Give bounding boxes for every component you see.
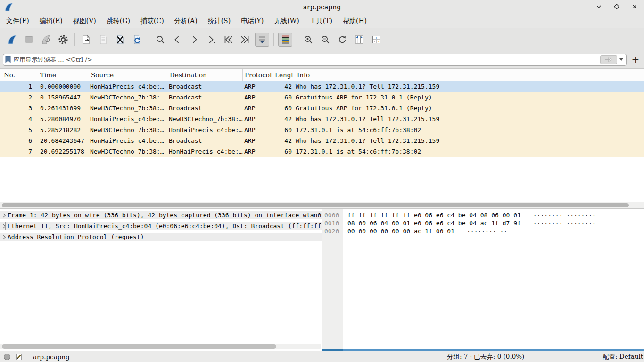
- start-capture-button[interactable]: [5, 33, 19, 47]
- svg-text:3: 3: [377, 40, 379, 43]
- cell-info: 172.31.0.1 is at 54:c6:ff:7b:38:02: [293, 124, 644, 135]
- column-header-destination[interactable]: Destination: [165, 69, 243, 81]
- find-packet-button[interactable]: [153, 33, 167, 47]
- toolbar-separator: [273, 33, 274, 46]
- expander-icon[interactable]: [0, 213, 8, 218]
- first-packet-button[interactable]: [221, 33, 235, 47]
- hex-row[interactable]: 0020 00 00 00 00 00 00 ac 1f 00 01 ·····…: [322, 227, 644, 235]
- minimize-button[interactable]: [593, 1, 604, 12]
- menu-edit[interactable]: 编辑(E): [34, 15, 68, 27]
- column-header-length[interactable]: Lengtl: [272, 69, 293, 81]
- expert-info-icon[interactable]: [4, 354, 10, 360]
- cell-source: HonHaiPrecis_c4:be:…: [87, 114, 165, 124]
- close-button[interactable]: [629, 1, 640, 12]
- packet-row-7[interactable]: 7 20.692255178 NewH3CTechno_7b:38:… HonH…: [0, 146, 644, 157]
- filter-bookmark-icon[interactable]: [5, 56, 11, 64]
- details-horizontal-scrollbar[interactable]: [0, 344, 321, 349]
- previous-packet-icon: [172, 34, 183, 45]
- add-filter-button[interactable]: +: [630, 54, 641, 65]
- zoom-in-button[interactable]: [301, 33, 315, 47]
- packet-row-5[interactable]: 5 5.285218282 NewH3CTechno_7b:38:… HonHa…: [0, 124, 644, 135]
- column-header-no[interactable]: No.: [0, 69, 35, 81]
- zoom-reset-button[interactable]: [335, 33, 349, 47]
- apply-filter-button[interactable]: [600, 55, 617, 64]
- expander-icon[interactable]: [0, 235, 8, 239]
- layout-button[interactable]: 123: [369, 33, 383, 47]
- open-file-button[interactable]: [79, 33, 93, 47]
- packet-row-3[interactable]: 3 0.261431099 NewH3CTechno_7b:38:… Broad…: [0, 103, 644, 114]
- cell-time: 5.285218282: [35, 124, 87, 135]
- previous-packet-button[interactable]: [170, 33, 184, 47]
- capture-options-button[interactable]: [56, 33, 70, 47]
- menu-telephony[interactable]: 电话(Y): [236, 15, 269, 27]
- cell-destination: HonHaiPrecis_c4:be:…: [165, 124, 243, 135]
- status-filename[interactable]: arp.pcapng: [33, 353, 70, 361]
- hex-ascii: ········ ··: [467, 227, 507, 235]
- next-packet-icon: [189, 34, 200, 45]
- toolbar-separator: [74, 33, 75, 46]
- cell-info: Gratuitous ARP for 172.31.0.1 (Reply): [293, 92, 644, 103]
- zoom-out-button[interactable]: [318, 33, 332, 47]
- wireshark-window: arp.pcapng 文件(F) 编辑(E) 视图(V) 跳转(G) 捕获(C)…: [0, 0, 644, 362]
- next-packet-button[interactable]: [187, 33, 201, 47]
- cell-protocol: ARP: [243, 135, 272, 146]
- cell-protocol: ARP: [243, 146, 272, 157]
- packet-list-horizontal-scrollbar[interactable]: [0, 202, 644, 209]
- packet-row-6[interactable]: 6 20.684243647 HonHaiPrecis_c4:be:… Broa…: [0, 135, 644, 146]
- menu-statistics[interactable]: 统计(S): [203, 15, 236, 27]
- detail-row-ethernet[interactable]: Ethernet II, Src: HonHaiPrecis_c4:be:04 …: [0, 222, 322, 230]
- last-packet-button[interactable]: [238, 33, 252, 47]
- reload-file-button[interactable]: [130, 33, 144, 47]
- column-header-info[interactable]: Info: [293, 69, 644, 81]
- menu-view[interactable]: 视图(V): [68, 15, 101, 27]
- column-header-time[interactable]: Time: [35, 69, 87, 81]
- scrollbar-thumb[interactable]: [2, 344, 276, 349]
- column-header-protocol[interactable]: Protocol: [243, 69, 272, 81]
- cell-source: NewH3CTechno_7b:38:…: [87, 124, 165, 135]
- expander-icon[interactable]: [0, 224, 8, 229]
- menu-go[interactable]: 跳转(G): [101, 15, 135, 27]
- hex-row[interactable]: 0000 ff ff ff ff ff ff e0 06 e6 c4 be 04…: [322, 211, 644, 219]
- profile-status[interactable]: 配置: Default: [603, 353, 643, 361]
- menu-file[interactable]: 文件(F): [1, 15, 34, 27]
- column-header-source[interactable]: Source: [87, 69, 165, 81]
- cell-time: 20.692255178: [35, 146, 87, 157]
- display-filter-field[interactable]: [3, 54, 627, 66]
- display-filter-input[interactable]: [13, 56, 600, 63]
- menu-wireless[interactable]: 无线(W): [269, 15, 304, 27]
- colorize-toggle[interactable]: [278, 33, 292, 47]
- hex-row[interactable]: 0010 08 00 06 04 00 01 e0 06 e6 c4 be 04…: [322, 219, 644, 227]
- apply-filter-arrow-icon: [604, 57, 613, 62]
- go-to-packet-button[interactable]: [204, 33, 218, 47]
- capture-comment-icon[interactable]: [15, 353, 23, 361]
- menu-help[interactable]: 帮助(H): [338, 15, 372, 27]
- cell-length: 60: [272, 146, 293, 157]
- cell-no: 6: [0, 135, 35, 146]
- menu-tools[interactable]: 工具(T): [305, 15, 338, 27]
- menu-analyze[interactable]: 分析(A): [169, 15, 203, 27]
- cell-protocol: ARP: [243, 92, 272, 103]
- save-file-button[interactable]: [96, 33, 110, 47]
- maximize-button[interactable]: [611, 1, 622, 12]
- cell-length: 42: [272, 114, 293, 124]
- menu-capture[interactable]: 捕获(C): [135, 15, 169, 27]
- scrollbar-thumb[interactable]: [2, 203, 629, 207]
- resize-columns-button[interactable]: [352, 33, 366, 47]
- restart-capture-button[interactable]: [39, 33, 53, 47]
- hex-offset: 0010: [322, 219, 343, 227]
- zoom-reset-icon: [337, 34, 348, 45]
- detail-row-frame[interactable]: Frame 1: 42 bytes on wire (336 bits), 42…: [0, 211, 322, 219]
- cell-no: 5: [0, 124, 35, 135]
- close-file-button[interactable]: [113, 33, 127, 47]
- packet-row-4[interactable]: 4 5.280084970 HonHaiPrecis_c4:be:… NewH3…: [0, 114, 644, 124]
- cell-destination: Broadcast: [165, 135, 243, 146]
- zoom-in-icon: [303, 34, 314, 45]
- detail-row-arp[interactable]: Address Resolution Protocol (request): [0, 233, 322, 241]
- cell-length: 60: [272, 103, 293, 114]
- packet-row-2[interactable]: 2 0.158965447 NewH3CTechno_7b:38:… Broad…: [0, 92, 644, 103]
- stop-capture-button[interactable]: [22, 33, 36, 47]
- detail-text: Frame 1: 42 bytes on wire (336 bits), 42…: [8, 212, 322, 219]
- auto-scroll-toggle[interactable]: [255, 33, 269, 47]
- filter-dropdown-caret-icon[interactable]: [619, 58, 623, 61]
- packet-row-1[interactable]: 1 0.000000000 HonHaiPrecis_c4:be:… Broad…: [0, 81, 644, 92]
